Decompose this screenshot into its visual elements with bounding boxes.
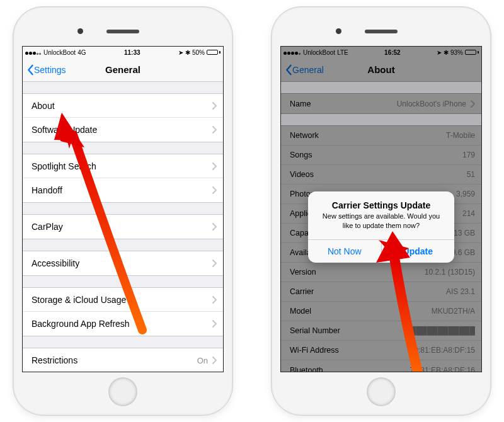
settings-row[interactable]: Handoff xyxy=(23,178,223,202)
home-button[interactable] xyxy=(367,377,396,406)
status-bar: UnlockBoot 4G 11:33 ➤ ✱ 50% xyxy=(23,47,223,58)
row-label: Restrictions xyxy=(32,355,77,365)
row-label: About xyxy=(32,101,55,111)
chevron-right-icon xyxy=(212,126,217,134)
settings-row[interactable]: Accessibility xyxy=(23,251,223,275)
speaker-grille xyxy=(106,30,139,33)
row-label: Software Update xyxy=(32,125,97,135)
battery-icon xyxy=(207,50,220,55)
settings-row[interactable]: Background App Refresh xyxy=(23,312,223,336)
row-label: Handoff xyxy=(32,185,62,195)
bluetooth-icon: ✱ xyxy=(185,49,190,56)
nav-header: Settings General xyxy=(23,58,223,82)
row-label: Spotlight Search xyxy=(32,161,96,171)
alert-message: New settings are available. Would you li… xyxy=(308,212,454,239)
settings-row[interactable]: Software Update xyxy=(23,118,223,142)
chevron-right-icon xyxy=(212,186,217,194)
location-icon: ➤ xyxy=(178,49,183,56)
iphone-frame-right: UnlockBoot LTE 16:52 ➤ ✱ 93% General Abo… xyxy=(271,6,491,416)
chevron-left-icon xyxy=(26,64,34,76)
home-button[interactable] xyxy=(108,377,137,406)
row-value: On xyxy=(197,356,208,365)
row-label: Storage & iCloud Usage xyxy=(32,295,126,305)
iphone-frame-left: UnlockBoot 4G 11:33 ➤ ✱ 50% Settings Gen… xyxy=(13,6,233,416)
chevron-right-icon xyxy=(212,223,217,231)
network-type: 4G xyxy=(77,49,86,56)
settings-row[interactable]: CarPlay xyxy=(23,215,223,239)
chevron-right-icon xyxy=(212,296,217,304)
screen-general: UnlockBoot 4G 11:33 ➤ ✱ 50% Settings Gen… xyxy=(22,46,224,372)
settings-row[interactable]: About xyxy=(23,94,223,118)
chevron-right-icon xyxy=(212,102,217,110)
chevron-right-icon xyxy=(212,320,217,328)
row-label: CarPlay xyxy=(32,222,63,232)
chevron-right-icon xyxy=(212,356,217,364)
alert-title: Carrier Settings Update xyxy=(308,191,454,212)
settings-list: AboutSoftware UpdateSpotlight SearchHand… xyxy=(23,93,223,372)
clock: 11:33 xyxy=(124,49,140,56)
chevron-right-icon xyxy=(212,163,217,170)
row-label: Background App Refresh xyxy=(32,319,130,329)
front-camera xyxy=(336,28,341,34)
alert-update-button[interactable]: Update xyxy=(381,240,455,263)
carrier-name: UnlockBoot xyxy=(43,49,76,56)
screen-about: UnlockBoot LTE 16:52 ➤ ✱ 93% General Abo… xyxy=(280,46,482,372)
settings-row[interactable]: Spotlight Search xyxy=(23,154,223,178)
carrier-update-alert: Carrier Settings Update New settings are… xyxy=(308,191,454,263)
signal-strength-icon xyxy=(25,49,42,56)
back-label: Settings xyxy=(34,65,66,75)
speaker-grille xyxy=(365,30,398,33)
front-camera xyxy=(77,28,83,34)
alert-not-now-button[interactable]: Not Now xyxy=(308,240,381,263)
battery-percent: 50% xyxy=(192,49,205,56)
chevron-right-icon xyxy=(212,259,217,267)
row-label: Accessibility xyxy=(32,258,79,268)
back-button[interactable]: Settings xyxy=(26,64,66,76)
settings-row[interactable]: RestrictionsOn xyxy=(23,348,223,372)
settings-row[interactable]: Storage & iCloud Usage xyxy=(23,288,223,312)
page-title: General xyxy=(105,64,140,75)
